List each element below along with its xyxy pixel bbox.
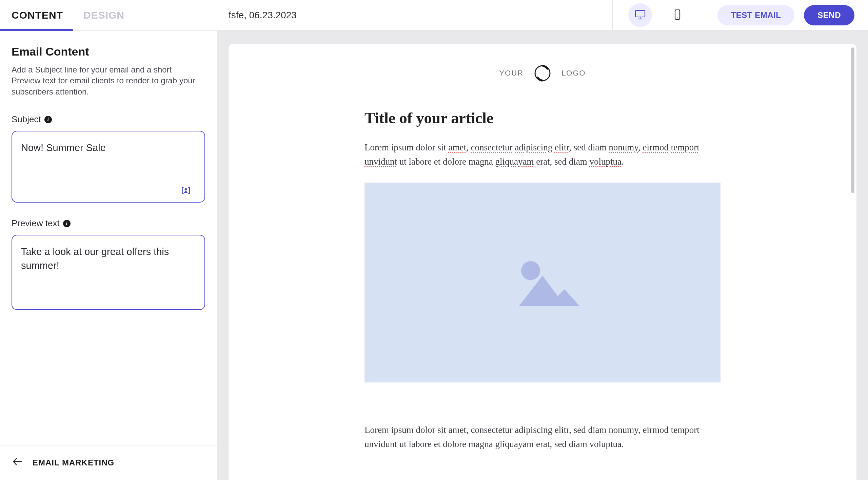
svg-point-1	[185, 188, 187, 191]
svg-text:]: ]	[188, 186, 190, 194]
preview-canvas: YOUR LOGO Title of your article Lorem ip…	[217, 30, 868, 480]
back-to-email-marketing[interactable]: EMAIL MARKETING	[0, 445, 217, 480]
svg-point-10	[521, 261, 540, 280]
preview-label: Preview text i	[12, 218, 205, 229]
panel-description: Add a Subject line for your email and a …	[12, 64, 201, 97]
tab-design[interactable]: DESIGN	[83, 0, 124, 30]
preview-field-wrapper	[12, 235, 205, 310]
svg-rect-4	[635, 11, 645, 17]
logo-text-left: YOUR	[499, 69, 524, 78]
svg-text:[: [	[181, 186, 184, 194]
footer-label: EMAIL MARKETING	[33, 458, 114, 467]
info-icon[interactable]: i	[44, 116, 52, 123]
mobile-icon	[672, 9, 683, 22]
email-preview-frame[interactable]: YOUR LOGO Title of your article Lorem ip…	[229, 44, 856, 480]
image-placeholder[interactable]	[364, 183, 721, 382]
subject-input[interactable]	[21, 141, 196, 192]
device-preview-toggle	[612, 0, 705, 30]
arrow-left-icon	[12, 456, 24, 470]
desktop-preview-button[interactable]	[628, 3, 652, 27]
logo-icon	[534, 64, 551, 82]
subject-label-text: Subject	[12, 114, 41, 125]
desktop-icon	[634, 9, 646, 22]
panel-heading: Email Content	[12, 45, 205, 58]
mobile-preview-button[interactable]	[666, 3, 689, 27]
logo-text-right: LOGO	[561, 69, 586, 78]
scrollbar[interactable]	[851, 47, 854, 193]
preview-input[interactable]	[21, 245, 196, 299]
tab-content[interactable]: CONTENT	[12, 0, 63, 30]
topbar-actions: TEST EMAIL SEND	[705, 5, 868, 25]
subject-label: Subject i	[12, 114, 205, 125]
main-area: fsfe, 06.23.2023 TEST EMAIL SEND	[217, 0, 868, 480]
send-button[interactable]: SEND	[804, 5, 854, 25]
svg-marker-11	[519, 276, 580, 306]
document-title: fsfe, 06.23.2023	[217, 10, 612, 21]
topbar: fsfe, 06.23.2023 TEST EMAIL SEND	[217, 0, 868, 30]
article-title[interactable]: Title of your article	[364, 109, 721, 127]
test-email-button[interactable]: TEST EMAIL	[717, 5, 795, 25]
logo-placeholder: YOUR LOGO	[364, 64, 721, 82]
info-icon[interactable]: i	[63, 220, 71, 227]
article-paragraph-2[interactable]: Lorem ipsum dolor sit amet, consectetur …	[364, 423, 721, 452]
insert-personalization-icon[interactable]: []	[181, 186, 191, 194]
sidebar: CONTENT DESIGN Email Content Add a Subje…	[0, 0, 217, 480]
sidebar-tabs: CONTENT DESIGN	[0, 0, 217, 31]
subject-field-wrapper: []	[12, 131, 205, 203]
preview-label-text: Preview text	[12, 218, 60, 229]
content-panel: Email Content Add a Subject line for you…	[0, 31, 217, 445]
article-paragraph-1[interactable]: Lorem ipsum dolor sit amet, consectetur …	[364, 141, 721, 169]
